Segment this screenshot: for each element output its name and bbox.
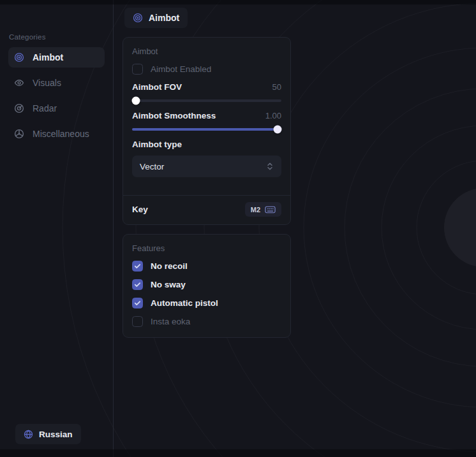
globe-icon — [24, 430, 33, 439]
sidebar-item-visuals[interactable]: Visuals — [8, 73, 105, 93]
aimbot-enabled-checkbox[interactable]: Aimbot Enabled — [132, 64, 281, 75]
smoothness-value: 1.00 — [265, 111, 281, 120]
checkbox[interactable] — [132, 64, 143, 75]
feature-no-sway[interactable]: No sway — [132, 279, 281, 290]
checkbox[interactable] — [132, 261, 143, 272]
smoothness-label: Aimbot Smoothness — [132, 111, 216, 120]
fov-slider[interactable] — [132, 94, 281, 107]
slider-track[interactable] — [132, 99, 281, 102]
category-nav: Aimbot Visuals Radar — [0, 47, 113, 144]
keybind-badge[interactable]: M2 — [245, 202, 281, 217]
main-content: Aimbot Aimbot Aimbot Enabled Aimbot FOV … — [114, 0, 476, 457]
feature-no-recoil[interactable]: No recoil — [132, 261, 281, 272]
chevron-up-down-icon — [266, 162, 274, 171]
features-panel: Features No recoil No sway Automatic pis… — [123, 234, 291, 338]
fov-value: 50 — [272, 82, 281, 92]
keybind-value: M2 — [251, 206, 260, 214]
target-icon — [14, 52, 24, 62]
checkbox-label: No sway — [151, 280, 186, 289]
fov-label: Aimbot FOV — [132, 82, 182, 92]
checkbox-label: Automatic pistol — [151, 298, 218, 308]
checkbox-label: Insta eoka — [151, 317, 190, 326]
language-button-label: Russian — [39, 430, 73, 439]
sidebar-item-label: Aimbot — [33, 52, 63, 62]
wheel-icon — [14, 129, 24, 139]
checkbox[interactable] — [132, 279, 143, 290]
key-row: Key M2 — [123, 196, 290, 224]
slider-thumb[interactable] — [132, 97, 140, 105]
sidebar-item-label: Miscellaneous — [33, 129, 89, 139]
checkbox-label: No recoil — [151, 261, 188, 271]
checkbox[interactable] — [132, 298, 143, 308]
checkbox[interactable] — [132, 316, 143, 327]
feature-automatic-pistol[interactable]: Automatic pistol — [132, 298, 281, 308]
categories-label: Categories — [9, 33, 113, 41]
tab-aimbot[interactable]: Aimbot — [124, 8, 188, 28]
sidebar-item-miscellaneous[interactable]: Miscellaneous — [8, 124, 105, 144]
feature-insta-eoka[interactable]: Insta eoka — [132, 316, 281, 327]
aimbot-type-select[interactable]: Vector — [132, 156, 281, 177]
panel-title: Aimbot — [132, 47, 281, 56]
sidebar-item-aimbot[interactable]: Aimbot — [8, 47, 105, 68]
eye-icon — [14, 78, 24, 88]
slider-fill — [132, 128, 281, 131]
panel-title: Features — [132, 243, 281, 253]
checkbox-label: Aimbot Enabled — [151, 64, 211, 74]
radar-icon — [14, 103, 24, 113]
sidebar-item-radar[interactable]: Radar — [8, 98, 105, 119]
sidebar: Categories Aimbot Visuals — [0, 0, 114, 457]
language-button[interactable]: Russian — [15, 424, 81, 444]
aimbot-panel: Aimbot Aimbot Enabled Aimbot FOV 50 Aimb… — [123, 37, 291, 225]
sidebar-item-label: Visuals — [33, 78, 61, 88]
aimbot-type-label: Aimbot type — [132, 140, 281, 149]
select-value: Vector — [140, 162, 164, 171]
target-icon — [133, 13, 143, 23]
key-label: Key — [132, 205, 148, 214]
slider-thumb[interactable] — [274, 126, 282, 134]
smoothness-slider[interactable] — [132, 123, 281, 136]
tab-label: Aimbot — [149, 13, 179, 23]
keyboard-icon — [265, 206, 276, 214]
sidebar-item-label: Radar — [33, 103, 57, 113]
